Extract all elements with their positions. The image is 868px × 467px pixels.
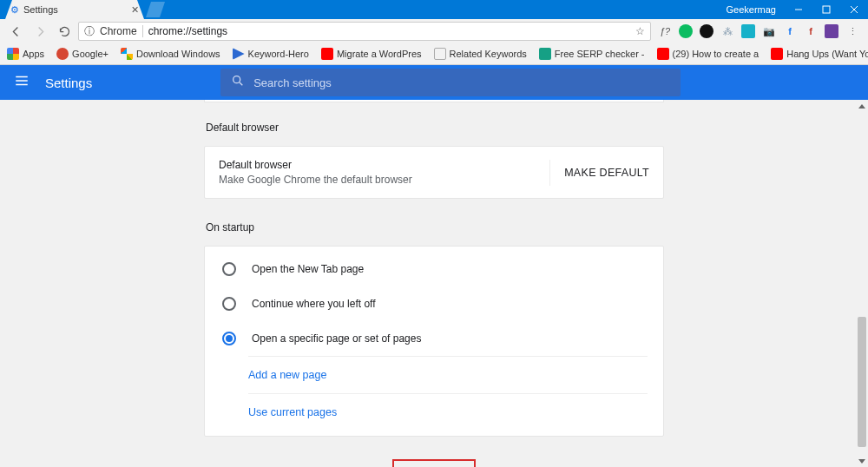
previous-card-edge	[204, 100, 664, 102]
use-current-pages-link[interactable]: Use current pages	[248, 393, 648, 431]
on-startup-card: Open the New Tab page Continue where you…	[204, 246, 664, 437]
bookmark-item[interactable]: (29) How to create a	[654, 48, 763, 60]
add-new-page-link[interactable]: Add a new page	[248, 356, 648, 393]
apps-label: Apps	[23, 49, 44, 59]
radio-icon	[222, 332, 236, 345]
section-heading-default-browser: Default browser	[206, 122, 664, 134]
ext-icon-8[interactable]: f	[804, 24, 818, 38]
ext-icon-9[interactable]	[825, 24, 838, 38]
bookmark-icon	[539, 48, 551, 60]
ext-icon-6[interactable]: 📷	[762, 24, 776, 38]
default-browser-card: Default browser Make Google Chrome the d…	[204, 146, 664, 199]
bookmark-icon	[657, 48, 669, 60]
bookmark-icon	[233, 48, 245, 60]
bookmark-item[interactable]: Download Windows	[117, 48, 224, 60]
bookmark-item[interactable]: Keyword-Hero	[229, 48, 312, 60]
bookmark-item[interactable]: Related Keywords	[431, 48, 530, 60]
window-brand: Geekermag	[727, 4, 785, 15]
scroll-thumb[interactable]	[858, 317, 866, 447]
ext-icon-5[interactable]	[741, 24, 755, 38]
bookmarks-bar: Apps Google+ Download Windows Keyword-He…	[0, 43, 868, 65]
bookmark-star-icon[interactable]: ☆	[635, 25, 645, 37]
bookmark-icon	[121, 48, 133, 60]
bookmark-item[interactable]: Free SERP checker -	[536, 48, 648, 60]
scroll-down-button[interactable]	[856, 455, 868, 467]
bookmark-icon	[771, 48, 783, 60]
search-input[interactable]	[253, 76, 670, 89]
tab-close-icon[interactable]: ✕	[131, 4, 139, 16]
settings-content: Default browser Default browser Make Goo…	[0, 100, 868, 467]
ext-icon-4[interactable]: ⁂	[720, 24, 734, 38]
close-button[interactable]	[840, 0, 868, 19]
vertical-scrollbar[interactable]	[856, 100, 868, 467]
forward-button[interactable]	[30, 21, 50, 42]
ext-icon-3[interactable]	[700, 24, 713, 38]
toolbar: ⓘ Chrome chrome://settings ☆ ƒ? ⁂ 📷 f f …	[0, 19, 868, 43]
svg-line-5	[240, 82, 242, 85]
omnibox[interactable]: ⓘ Chrome chrome://settings ☆	[78, 22, 651, 41]
section-heading-on-startup: On startup	[206, 221, 664, 234]
tab-title: Settings	[23, 4, 58, 15]
omnibox-chip: Chrome	[100, 25, 143, 37]
default-browser-title: Default browser	[219, 159, 412, 171]
startup-option-continue[interactable]: Continue where you left off	[205, 286, 663, 321]
default-browser-subtitle: Make Google Chrome the default browser	[219, 174, 412, 186]
startup-option-label: Open a specific page or set of pages	[252, 332, 421, 345]
settings-title: Settings	[45, 76, 92, 90]
window-controls	[785, 0, 868, 19]
svg-rect-1	[823, 6, 830, 13]
extensions-row: ƒ? ⁂ 📷 f f ⋮	[654, 24, 863, 38]
tab-settings[interactable]: ⚙ Settings ✕	[5, 0, 144, 19]
bookmark-item[interactable]: Google+	[53, 48, 112, 60]
ext-icon-1[interactable]: ƒ?	[658, 24, 672, 38]
bookmark-icon	[434, 48, 446, 60]
info-icon: ⓘ	[84, 24, 95, 39]
scroll-up-button[interactable]	[856, 100, 868, 112]
apps-button[interactable]: Apps	[3, 48, 48, 60]
bookmark-icon	[56, 48, 69, 60]
advanced-toggle[interactable]: Advanced	[392, 459, 476, 467]
hamburger-icon[interactable]	[14, 73, 30, 92]
ext-icon-7[interactable]: f	[783, 24, 797, 38]
bookmark-item[interactable]: Hang Ups (Want You	[767, 48, 868, 60]
reload-button[interactable]	[54, 21, 75, 42]
ext-icon-2[interactable]	[679, 24, 693, 38]
startup-option-new-tab[interactable]: Open the New Tab page	[205, 252, 663, 286]
minimize-button[interactable]	[785, 0, 812, 19]
bookmark-icon	[321, 48, 333, 60]
svg-point-4	[233, 76, 240, 83]
settings-search[interactable]	[220, 69, 681, 96]
maximize-button[interactable]	[812, 0, 840, 19]
startup-option-specific-pages[interactable]: Open a specific page or set of pages	[205, 321, 663, 356]
settings-appbar: Settings	[0, 65, 868, 100]
make-default-button[interactable]: MAKE DEFAULT	[549, 160, 649, 186]
omnibox-url: chrome://settings	[148, 25, 227, 37]
startup-option-label: Open the New Tab page	[252, 263, 364, 275]
startup-option-label: Continue where you left off	[252, 298, 376, 310]
gear-icon: ⚙	[10, 4, 19, 16]
radio-icon	[222, 297, 236, 311]
apps-icon	[7, 48, 19, 60]
back-button[interactable]	[5, 21, 26, 42]
search-icon	[231, 74, 245, 91]
radio-icon	[222, 262, 236, 276]
chrome-menu-icon[interactable]: ⋮	[845, 24, 859, 38]
bookmark-item[interactable]: Migrate a WordPres	[318, 48, 425, 60]
